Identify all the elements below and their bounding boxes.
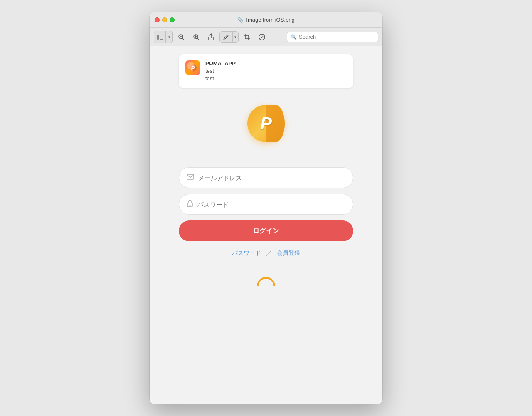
svg-line-10 [197, 38, 199, 40]
share-button[interactable] [204, 31, 218, 43]
notification-line2: test [205, 75, 347, 82]
svg-rect-15 [187, 174, 194, 179]
notification-content: POMA_APP test test [205, 60, 347, 82]
svg-text:P: P [191, 65, 195, 71]
email-input[interactable] [198, 174, 345, 181]
login-button[interactable]: ログイン [179, 220, 353, 241]
search-icon: 🔍 [291, 34, 297, 40]
mac-window: 📎 Image from iOS.png ▾ [150, 12, 382, 404]
svg-line-11 [224, 38, 224, 40]
svg-rect-0 [157, 35, 159, 40]
svg-rect-2 [160, 37, 163, 37]
toolbar: ▾ ▾ 🔍 [150, 28, 382, 46]
notification-app-name: POMA_APP [205, 60, 347, 67]
pen-dropdown-button[interactable]: ▾ [232, 31, 238, 43]
file-icon: 📎 [237, 17, 244, 23]
svg-rect-1 [160, 35, 163, 35]
minimize-button[interactable] [162, 17, 167, 22]
email-icon [187, 174, 194, 181]
title-bar: 📎 Image from iOS.png [150, 12, 382, 28]
close-button[interactable] [155, 17, 160, 22]
zoom-in-button[interactable] [190, 31, 203, 43]
forgot-password-link[interactable]: パスワード [232, 250, 261, 257]
markup-button[interactable] [255, 31, 268, 43]
password-input[interactable] [197, 201, 345, 208]
pen-button[interactable] [220, 31, 232, 43]
sidebar-dropdown-button[interactable]: ▾ [166, 31, 172, 43]
svg-line-6 [182, 38, 184, 40]
maximize-button[interactable] [170, 17, 175, 22]
traffic-lights [155, 17, 175, 22]
crop-button[interactable] [240, 31, 254, 43]
notification-card: P POMA_APP test test [179, 54, 353, 88]
zoom-out-button[interactable] [175, 31, 188, 43]
window-title: 📎 Image from iOS.png [237, 17, 294, 23]
content-area: P POMA_APP test test P [150, 46, 382, 404]
logo-letter: P [260, 114, 272, 134]
email-field[interactable] [179, 167, 353, 188]
link-separator: ／ [266, 250, 272, 257]
app-icon: P [185, 60, 200, 75]
svg-point-17 [190, 205, 191, 206]
lock-icon [187, 200, 193, 209]
sidebar-toggle-group: ▾ [154, 31, 173, 43]
search-bar[interactable]: 🔍 [287, 32, 378, 42]
notification-line1: test [205, 67, 347, 75]
register-link[interactable]: 会員登録 [277, 250, 300, 257]
login-area: P ログイン パスワード ／ 会員登録 [179, 105, 353, 286]
svg-rect-3 [160, 39, 163, 40]
search-input[interactable] [299, 34, 374, 40]
sidebar-toggle-button[interactable] [154, 31, 166, 43]
loading-spinner [254, 274, 278, 286]
password-field[interactable] [179, 194, 353, 215]
links-row: パスワード ／ 会員登録 [232, 250, 300, 257]
app-logo: P [247, 105, 285, 142]
